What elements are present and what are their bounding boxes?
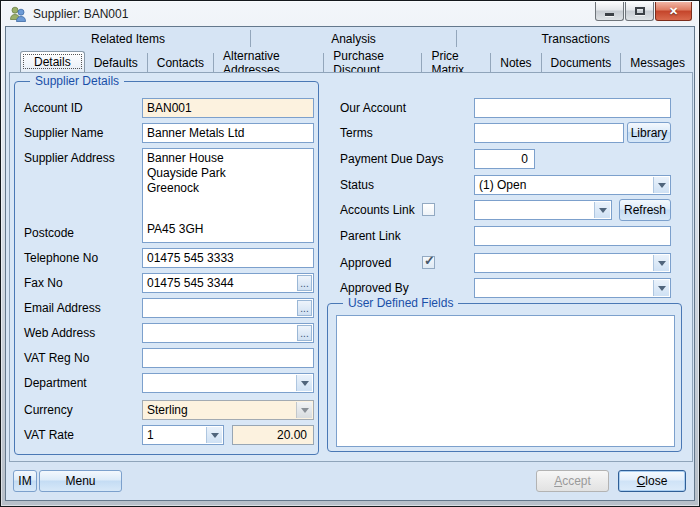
vat-reg-label: VAT Reg No [24, 351, 89, 365]
tab-messages[interactable]: Messages [621, 53, 694, 72]
web-browse-button[interactable]: ... [297, 325, 312, 341]
approved-dropdown-icon[interactable] [653, 255, 669, 271]
titlebar[interactable]: Supplier: BAN001 [5, 1, 695, 26]
approved-by-dropdown-icon[interactable] [653, 280, 669, 296]
supplier-name-field[interactable]: Banner Metals Ltd [142, 123, 314, 143]
account-id-field[interactable]: BAN001 [142, 98, 314, 118]
accept-button-label: Accept [554, 474, 591, 488]
postcode-value: PA45 3GH [147, 222, 203, 237]
status-value: (1) Open [479, 178, 526, 192]
vat-rate-value-field: 20.00 [232, 425, 314, 445]
tab-contacts[interactable]: Contacts [148, 53, 214, 72]
parent-link-field[interactable] [474, 226, 671, 246]
vat-rate-label: VAT Rate [24, 428, 74, 442]
fax-field[interactable]: 01475 545 3344 ... [142, 273, 314, 293]
window-controls: ✕ [595, 2, 692, 21]
minimize-icon [605, 13, 614, 16]
department-combo[interactable] [142, 373, 314, 393]
terms-field[interactable] [474, 123, 624, 143]
maximize-button[interactable] [625, 2, 654, 21]
close-button[interactable]: Close [618, 470, 686, 492]
address-line-2: Quayside Park [147, 166, 309, 181]
payment-due-days-label: Payment Due Days [340, 152, 443, 166]
accounts-link-dropdown-icon[interactable] [594, 202, 610, 218]
our-account-field[interactable] [474, 98, 671, 118]
approved-by-combo[interactable] [474, 278, 671, 298]
account-id-label: Account ID [24, 101, 83, 115]
telephone-field[interactable]: 01475 545 3333 [142, 248, 314, 268]
vat-rate-dropdown-icon[interactable] [206, 427, 222, 443]
web-field[interactable]: ... [142, 323, 314, 343]
window-close-button[interactable]: ✕ [655, 2, 692, 21]
tab-purchase-discount[interactable]: Purchase Discount [324, 53, 422, 72]
supplier-address-field[interactable]: Banner House Quayside Park Greenock PA45… [142, 148, 314, 243]
refresh-button[interactable]: Refresh [619, 199, 671, 221]
supplier-name-label: Supplier Name [24, 126, 103, 140]
telephone-label: Telephone No [24, 251, 98, 265]
menu-button[interactable]: Menu [39, 470, 122, 492]
approved-label: Approved [340, 256, 391, 270]
library-button[interactable]: Library [627, 122, 671, 143]
currency-value: Sterling [147, 403, 188, 417]
fax-browse-button[interactable]: ... [297, 275, 312, 291]
vat-rate-code: 1 [147, 428, 154, 442]
terms-label: Terms [340, 126, 373, 140]
department-dropdown-icon[interactable] [296, 375, 312, 391]
currency-dropdown-icon [296, 402, 312, 418]
user-defined-fields-group: User Defined Fields [327, 303, 682, 452]
tab-group-row: Related Items Analysis Transactions [6, 30, 694, 47]
parent-link-label: Parent Link [340, 229, 401, 243]
accept-button: Accept [536, 470, 609, 492]
tab-group-transactions[interactable]: Transactions [457, 30, 694, 47]
details-tab-page: Supplier Details Account ID BAN001 Suppl… [9, 72, 693, 462]
tab-defaults[interactable]: Defaults [85, 53, 148, 72]
postcode-label: Postcode [24, 226, 74, 240]
email-field[interactable]: ... [142, 298, 314, 318]
status-label: Status [340, 178, 374, 192]
approved-combo[interactable] [474, 253, 671, 273]
payment-due-days-field[interactable]: 0 [474, 149, 535, 169]
accounts-link-checkbox[interactable]: ✓ [422, 203, 435, 216]
tab-details[interactable]: Details [20, 51, 85, 72]
close-button-label: Close [637, 474, 668, 488]
tab-alternative-addresses[interactable]: Alternative Addresses [214, 53, 324, 72]
supplier-people-icon [9, 6, 27, 22]
tab-group-analysis[interactable]: Analysis [251, 30, 457, 47]
window-title: Supplier: BAN001 [33, 7, 128, 21]
approved-by-label: Approved By [340, 281, 409, 295]
tab-group-related-items[interactable]: Related Items [6, 30, 251, 47]
im-button[interactable]: IM [13, 470, 37, 492]
email-browse-button[interactable]: ... [297, 300, 312, 316]
fax-value: 01475 545 3344 [147, 276, 234, 290]
currency-combo: Sterling [142, 400, 314, 420]
supplier-address-label: Supplier Address [24, 151, 115, 165]
supplier-details-group-title: Supplier Details [30, 74, 124, 88]
dialog-client-area: Related Items Analysis Transactions Deta… [5, 26, 695, 501]
tab-row: Details Defaults Contacts Alternative Ad… [20, 51, 694, 72]
maximize-icon [635, 7, 645, 15]
tab-notes[interactable]: Notes [491, 53, 541, 72]
supplier-window: Supplier: BAN001 ✕ Related Items Analysi… [0, 0, 700, 507]
tab-documents[interactable]: Documents [542, 53, 622, 72]
department-label: Department [24, 376, 87, 390]
tab-price-matrix[interactable]: Price Matrix [422, 53, 491, 72]
our-account-label: Our Account [340, 101, 406, 115]
email-label: Email Address [24, 301, 101, 315]
minimize-button[interactable] [595, 2, 624, 21]
fax-label: Fax No [24, 276, 63, 290]
approved-checkbox[interactable]: ✓ [422, 256, 435, 269]
accounts-link-label: Accounts Link [340, 203, 415, 217]
user-defined-fields-panel[interactable] [336, 315, 675, 447]
vat-reg-field[interactable] [142, 348, 314, 368]
accounts-link-combo[interactable] [474, 200, 612, 220]
web-label: Web Address [24, 326, 95, 340]
address-line-3: Greenock [147, 181, 309, 196]
check-icon: ✓ [424, 254, 435, 268]
status-dropdown-icon[interactable] [653, 177, 669, 193]
user-defined-fields-group-title: User Defined Fields [343, 296, 458, 310]
currency-label: Currency [24, 403, 73, 417]
vat-rate-combo[interactable]: 1 [142, 425, 224, 445]
status-combo[interactable]: (1) Open [474, 175, 671, 195]
address-line-1: Banner House [147, 151, 309, 166]
close-icon: ✕ [669, 6, 678, 17]
